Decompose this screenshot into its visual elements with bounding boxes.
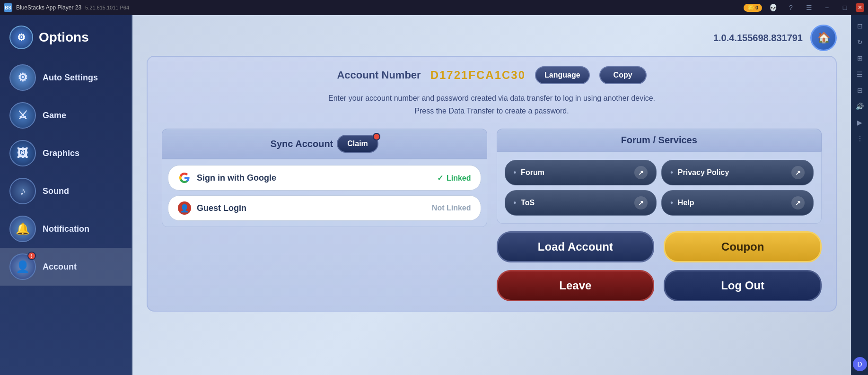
coin-display: 🪙 0: [744, 4, 762, 12]
toolbar-btn-2[interactable]: ↻: [853, 35, 867, 49]
guest-login-label: Guest Login: [197, 203, 246, 213]
close-btn[interactable]: ✕: [856, 3, 864, 12]
home-button[interactable]: 🏠: [810, 25, 837, 51]
forum-title: Forum / Services: [621, 135, 697, 146]
sidebar-item-label: Account: [43, 262, 77, 272]
guest-status: Not Linked: [432, 204, 471, 212]
content-area: 1.0.4.155698.831791 🏠 Account Number D17…: [132, 15, 851, 375]
sidebar-item-account[interactable]: 👤 ! Account: [0, 248, 132, 286]
version-text: 1.0.4.155698.831791: [713, 33, 803, 44]
guest-icon: 👤: [178, 201, 191, 215]
google-login-button[interactable]: Sign in with Google ✓ Linked: [168, 165, 481, 191]
sidebar-item-label: Game: [43, 111, 66, 121]
google-status: ✓ Linked: [437, 174, 471, 183]
sidebar-header: ⚙ Options: [0, 20, 132, 59]
privacy-arrow-icon: ↗: [791, 166, 805, 179]
claim-badge: [373, 133, 380, 140]
titlebar: BS BlueStacks App Player 23 5.21.615.101…: [0, 0, 868, 15]
help-arrow-icon: ↗: [791, 196, 805, 209]
coupon-button[interactable]: Coupon: [664, 231, 822, 262]
app-icon: BS: [4, 3, 12, 12]
menu-icon[interactable]: ☰: [802, 0, 816, 15]
account-number-value: D1721FCA1C30: [430, 69, 526, 82]
sync-account-section: Sync Account Claim: [162, 129, 487, 301]
app-version: 5.21.615.1011 P64: [85, 5, 129, 10]
two-col-layout: Sync Account Claim: [162, 129, 822, 301]
toolbar-btn-5[interactable]: ⊟: [853, 83, 867, 97]
copy-button[interactable]: Copy: [599, 66, 647, 84]
tos-button[interactable]: • ToS ↗: [505, 190, 657, 216]
sidebar-item-game[interactable]: ⚔ Game: [0, 96, 132, 134]
action-row-2: Leave Log Out: [497, 270, 822, 301]
sidebar-item-label: Sound: [43, 186, 69, 196]
sidebar-item-label: Notification: [43, 224, 89, 234]
leave-button[interactable]: Leave: [497, 270, 655, 301]
action-row: Load Account Coupon: [497, 231, 822, 262]
version-bar: 1.0.4.155698.831791 🏠: [147, 25, 837, 51]
forum-header: Forum / Services: [497, 129, 822, 152]
titlebar-controls: 🪙 0 💀 ? ☰ − □ ✕: [744, 0, 864, 15]
app-title: BlueStacks App Player 23: [16, 4, 81, 11]
forum-buttons: • Forum ↗ • Privacy Policy ↗ • ToS ↗: [497, 152, 822, 224]
description-text: Enter your account number and password c…: [162, 92, 822, 117]
load-account-button[interactable]: Load Account: [497, 231, 655, 262]
graphics-icon: 🖼: [9, 140, 36, 166]
sidebar-item-label: Graphics: [43, 148, 79, 158]
sidebar: ⚙ Options ⚙ Auto Settings ⚔ Game 🖼 Graph…: [0, 15, 132, 375]
account-number-label: Account Number: [337, 69, 421, 81]
game-icon: ⚔: [9, 102, 36, 129]
notification-icon: 🔔: [9, 216, 36, 242]
restore-btn[interactable]: □: [838, 0, 852, 15]
account-number-row: Account Number D1721FCA1C30 Language Cop…: [162, 66, 822, 84]
logout-button[interactable]: Log Out: [664, 270, 822, 301]
sidebar-item-notification[interactable]: 🔔 Notification: [0, 210, 132, 248]
forum-services-section: Forum / Services • Forum ↗ • Privacy Pol…: [497, 129, 822, 301]
main-layout: ⚙ Options ⚙ Auto Settings ⚔ Game 🖼 Graph…: [0, 15, 868, 375]
sidebar-logo: ⚙: [9, 26, 33, 49]
toolbar-btn-6[interactable]: 🔊: [853, 99, 867, 113]
sync-title: Sync Account: [271, 139, 333, 149]
google-login-label: Sign in with Google: [197, 173, 276, 183]
guest-login-button[interactable]: 👤 Guest Login Not Linked: [168, 195, 481, 221]
claim-button[interactable]: Claim: [337, 135, 378, 153]
toolbar-btn-8[interactable]: ⋮: [853, 131, 867, 146]
discord-button[interactable]: D: [853, 357, 867, 371]
toolbar-btn-3[interactable]: ⊞: [853, 51, 867, 65]
account-badge: !: [27, 252, 36, 260]
toolbar-btn-1[interactable]: ⊡: [853, 19, 867, 33]
right-toolbar: ⊡ ↻ ⊞ ☰ ⊟ 🔊 ▶ ⋮ D: [851, 15, 868, 375]
sidebar-item-auto-settings[interactable]: ⚙ Auto Settings: [0, 59, 132, 96]
account-panel: Account Number D1721FCA1C30 Language Cop…: [147, 56, 837, 312]
help-button[interactable]: • Help ↗: [661, 190, 814, 216]
sync-header: Sync Account Claim: [162, 129, 487, 159]
toolbar-btn-7[interactable]: ▶: [853, 115, 867, 130]
skull-icon[interactable]: 💀: [766, 0, 780, 15]
google-icon: [178, 171, 191, 184]
sidebar-item-graphics[interactable]: 🖼 Graphics: [0, 134, 132, 172]
tos-arrow-icon: ↗: [634, 196, 648, 209]
language-button[interactable]: Language: [535, 66, 590, 84]
auto-settings-icon: ⚙: [9, 64, 36, 91]
forum-button[interactable]: • Forum ↗: [505, 160, 657, 185]
sidebar-title: Options: [39, 30, 89, 45]
sound-icon: ♪: [9, 178, 36, 204]
toolbar-btn-4[interactable]: ☰: [853, 67, 867, 81]
privacy-policy-button[interactable]: • Privacy Policy ↗: [661, 160, 814, 185]
help-icon[interactable]: ?: [784, 0, 798, 15]
forum-arrow-icon: ↗: [634, 166, 648, 179]
sidebar-item-sound[interactable]: ♪ Sound: [0, 172, 132, 210]
login-section: Sign in with Google ✓ Linked 👤 Guest Log…: [162, 159, 487, 227]
minimize-btn[interactable]: −: [820, 0, 834, 15]
sidebar-item-label: Auto Settings: [43, 73, 98, 83]
